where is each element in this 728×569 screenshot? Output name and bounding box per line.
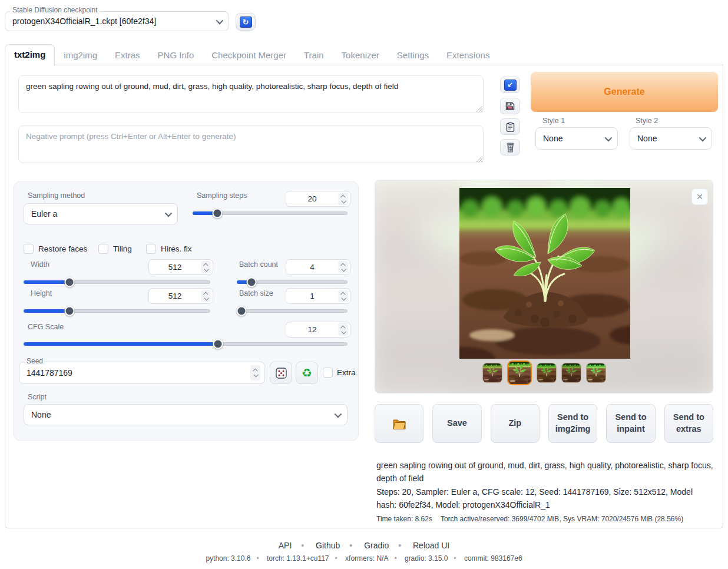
tab-settings[interactable]: Settings [388, 45, 438, 65]
cfg-scale-input[interactable] [286, 322, 350, 338]
gallery-thumbnail[interactable] [507, 360, 532, 385]
tab-txt2img[interactable]: txt2img [5, 44, 55, 65]
send-to-inpaint-button[interactable]: Send to inpaint [606, 404, 655, 443]
gallery-thumbnail[interactable] [561, 363, 581, 383]
cfg-scale-slider[interactable] [24, 342, 348, 346]
generation-info: green sapling rowing out of ground, mud,… [376, 459, 713, 525]
output-gallery: × [375, 180, 713, 393]
info-params-text: Steps: 20, Sampler: Euler a, CFG scale: … [376, 485, 713, 512]
txt2img-panel: green sapling rowing out of ground, mud,… [5, 65, 723, 528]
gallery-actions: Save Zip Send to img2img Send to inpaint… [375, 404, 713, 443]
read-generation-params-button[interactable]: ↙ [500, 77, 520, 93]
gallery-thumbnail[interactable] [537, 363, 557, 383]
width-slider[interactable] [24, 280, 210, 284]
batch-size-slider[interactable] [237, 309, 348, 313]
refresh-checkpoint-button[interactable]: ↻ [236, 13, 256, 31]
style1-dropdown[interactable]: None [535, 127, 618, 150]
slider-thumb[interactable] [65, 306, 75, 316]
tab-img2img[interactable]: img2img [55, 45, 106, 65]
api-link[interactable]: API [279, 541, 292, 550]
python-version: python: 3.10.6 [206, 554, 250, 563]
generated-image[interactable] [459, 188, 630, 359]
slider-thumb[interactable] [213, 339, 223, 349]
checkpoint-label: Stable Diffusion checkpoint [10, 6, 100, 14]
restore-faces-checkbox[interactable] [24, 244, 34, 254]
number-spinner[interactable] [338, 323, 348, 336]
hires-fix-label: Hires. fix [161, 244, 192, 253]
script-dropdown[interactable]: None [24, 404, 348, 425]
hires-fix-checkbox[interactable] [146, 244, 156, 254]
style2-value: None [637, 134, 657, 143]
apply-style-button[interactable] [500, 118, 520, 135]
tab-extras[interactable]: Extras [106, 45, 149, 65]
chevron-down-icon [335, 410, 342, 418]
slider-thumb[interactable] [237, 306, 247, 316]
github-link[interactable]: Github [316, 541, 340, 550]
number-spinner[interactable] [338, 193, 348, 205]
gallery-thumbnail[interactable] [586, 363, 606, 383]
chevron-down-icon [216, 16, 224, 24]
style2-dropdown[interactable]: None [630, 127, 712, 150]
seed-input[interactable]: Seed [19, 362, 265, 384]
height-input[interactable] [148, 288, 213, 304]
page-footer: API• Github• Gradio• Reload UI python: 3… [0, 541, 728, 563]
save-style-button[interactable] [500, 98, 520, 114]
sampling-method-value: Euler a [31, 209, 57, 219]
chevron-down-icon [605, 134, 613, 141]
checkpoint-dropdown[interactable]: Stable Diffusion checkpoint protogenX34O… [5, 11, 229, 31]
generate-button[interactable]: Generate [531, 72, 718, 112]
number-spinner[interactable] [338, 290, 348, 302]
number-spinner[interactable] [201, 261, 211, 273]
gallery-thumbnail[interactable] [482, 363, 502, 383]
width-input[interactable] [148, 259, 213, 275]
slider-thumb[interactable] [247, 277, 257, 287]
tab-train[interactable]: Train [295, 45, 333, 65]
sampling-steps-slider[interactable] [193, 211, 348, 215]
send-to-extras-button[interactable]: Send to extras [664, 404, 713, 443]
trash-icon [506, 143, 515, 153]
recycle-icon: ♻ [302, 367, 312, 379]
clear-prompt-button[interactable] [500, 139, 520, 156]
close-gallery-button[interactable]: × [691, 188, 708, 205]
height-slider[interactable] [24, 309, 210, 313]
batch-count-input[interactable] [286, 259, 350, 275]
slider-thumb[interactable] [213, 209, 223, 219]
tab-checkpoint-merger[interactable]: Checkpoint Merger [203, 45, 295, 65]
chevron-down-icon [699, 134, 707, 141]
tab-tokenizer[interactable]: Tokenizer [333, 45, 388, 65]
batch-count-slider[interactable] [237, 280, 348, 284]
slider-thumb[interactable] [65, 277, 75, 287]
tab-png-info[interactable]: PNG Info [149, 45, 203, 65]
tab-extensions[interactable]: Extensions [438, 45, 498, 65]
number-spinner[interactable] [250, 365, 260, 381]
negative-prompt-input[interactable] [18, 125, 484, 163]
open-folder-button[interactable] [375, 404, 423, 443]
number-spinner[interactable] [338, 261, 348, 273]
sampling-method-dropdown[interactable]: Euler a [24, 203, 178, 224]
save-button[interactable]: Save [432, 404, 481, 443]
batch-size-input[interactable] [286, 288, 350, 304]
reuse-seed-button[interactable]: ♻ [296, 362, 318, 384]
prompt-input[interactable]: green sapling rowing out of ground, mud,… [18, 75, 484, 113]
gradio-link[interactable]: Gradio [364, 541, 389, 550]
random-seed-button[interactable] [270, 362, 292, 384]
reload-ui-link[interactable]: Reload UI [413, 541, 449, 550]
footer-versions: python: 3.10.6• torch: 1.13.1+cu117• xfo… [0, 554, 728, 563]
number-spinner[interactable] [201, 290, 211, 302]
tiling-label: Tiling [113, 244, 132, 253]
extra-seed-label: Extra [337, 368, 356, 377]
torch-version: torch: 1.13.1+cu117 [267, 554, 329, 563]
batch-count-label: Batch count [239, 260, 278, 269]
zip-button[interactable]: Zip [491, 404, 540, 443]
checkpoint-value: protogenX34OfficialR_1.ckpt [60fe2f34] [12, 16, 156, 26]
sampling-steps-input[interactable] [286, 191, 350, 207]
style1-value: None [543, 134, 562, 143]
width-label: Width [31, 260, 49, 269]
style1-label: Style 1 [542, 117, 565, 125]
script-label: Script [28, 393, 47, 401]
send-to-img2img-button[interactable]: Send to img2img [548, 404, 597, 443]
footer-links: API• Github• Gradio• Reload UI [0, 541, 728, 550]
extra-seed-checkbox[interactable] [323, 368, 333, 378]
dice-icon [276, 368, 287, 379]
tiling-checkbox[interactable] [98, 244, 108, 254]
